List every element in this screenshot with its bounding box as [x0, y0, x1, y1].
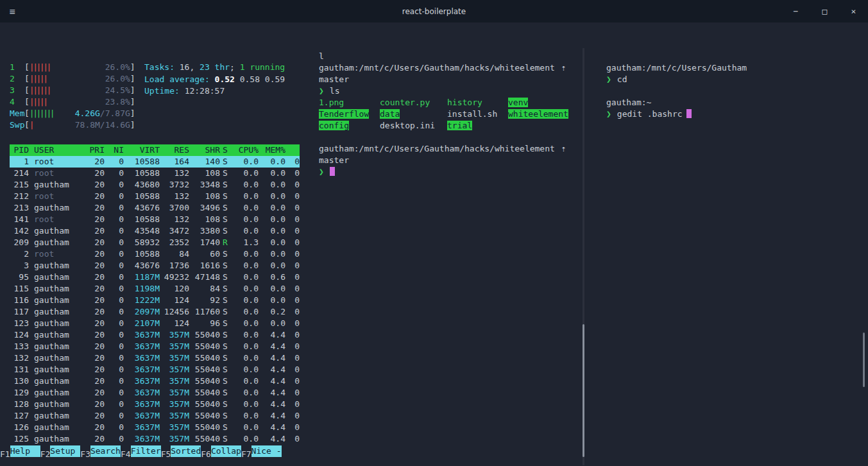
right-terminal-pane[interactable]: gautham:/mnt/c/Users/Gautham ❯cd gautham… — [606, 62, 863, 120]
middle-scrollbar-thumb[interactable] — [583, 324, 584, 457]
process-row[interactable]: 126gautham2003637M357M55040S0.04.40 — [10, 422, 300, 433]
process-cell: S — [220, 352, 230, 364]
process-cell: 43680 — [124, 179, 160, 191]
column-header[interactable]: NI — [105, 144, 124, 156]
process-cell: 357M — [160, 352, 189, 364]
process-cell: 357M — [160, 410, 189, 422]
maximize-button[interactable]: □ — [810, 0, 839, 22]
process-cell: gautham — [29, 295, 80, 306]
process-cell: gautham — [29, 225, 80, 237]
fnkey-f4[interactable]: F4Filter — [121, 445, 161, 460]
menu-icon[interactable]: ≡ — [0, 6, 24, 17]
process-cell: 55040 — [189, 364, 220, 375]
fnkey-f3[interactable]: F3Search — [80, 445, 121, 460]
process-row[interactable]: 141root20010588132108S0.00.00 — [10, 214, 300, 225]
cpu-meter-4: 4[|||||23.8%] — [10, 96, 313, 108]
prompt-char-icon: ❯ — [319, 86, 324, 96]
column-header[interactable]: USER — [29, 144, 80, 156]
column-header[interactable]: RES — [160, 144, 189, 156]
process-row[interactable]: 209gautham2005893223521740R1.30.00 — [10, 237, 300, 248]
column-header[interactable]: CPU% — [230, 144, 259, 156]
prompt-path-line: gautham:/mnt/c/Users/Gautham/hacks/white… — [319, 62, 584, 74]
fnkey-f2[interactable]: F2Setup — [40, 445, 81, 460]
right-scrollbar-thumb[interactable] — [863, 332, 865, 387]
process-cell: 20 — [80, 306, 105, 318]
process-cell: gautham — [29, 272, 80, 283]
process-cell: 0 — [105, 399, 124, 410]
htop-pane[interactable]: 1[||||||26.0%]2[|||||26.0%]3[||||||24.5%… — [0, 22, 313, 466]
process-cell: 20 — [80, 272, 105, 283]
process-cell: 0.0 — [259, 318, 285, 329]
process-cell: 117 — [10, 306, 29, 318]
process-cell: gautham — [29, 433, 80, 445]
process-cell: 55040 — [189, 410, 220, 422]
fnkey-f5[interactable]: F5Sorted — [161, 445, 201, 460]
process-row[interactable]: 142gautham2004354834723380S0.00.00 — [10, 225, 300, 237]
process-cell: 0 — [105, 179, 124, 191]
process-cell: 60 — [189, 248, 220, 260]
prompt-path: gautham:/mnt/c/Users/Gautham/hacks/white… — [319, 144, 555, 153]
process-row[interactable]: 132gautham2003637M357M55040S0.04.40 — [10, 352, 300, 364]
process-cell: gautham — [29, 364, 80, 375]
column-header[interactable]: MEM% — [259, 144, 285, 156]
process-row[interactable]: 116gautham2001222M12492S0.00.00 — [10, 295, 300, 306]
process-row[interactable]: 133gautham2003637M357M55040S0.04.40 — [10, 341, 300, 352]
process-cell: 4.4 — [259, 364, 285, 375]
process-cell: 3496 — [189, 202, 220, 214]
process-row[interactable]: 115gautham2001198M12084S0.00.00 — [10, 283, 300, 295]
process-cell: 124 — [160, 318, 189, 329]
process-row[interactable]: 1root20010588164140S0.00.00 — [10, 156, 300, 168]
column-header[interactable]: PID — [10, 144, 29, 156]
process-row[interactable]: 129gautham2003637M357M55040S0.04.40 — [10, 387, 300, 399]
process-row[interactable]: 2root200105888460S0.00.00 — [10, 248, 300, 260]
process-row[interactable]: 215gautham2004368037323348S0.00.00 — [10, 179, 300, 191]
process-row[interactable]: 213gautham2004367637003496S0.00.00 — [10, 202, 300, 214]
column-header[interactable]: PRI — [80, 144, 105, 156]
fnkey-f6[interactable]: F6Collap — [201, 445, 241, 460]
column-header[interactable]: SHR — [189, 144, 220, 156]
process-cell: gautham — [29, 283, 80, 295]
process-cell: 0.0 — [230, 399, 259, 410]
process-cell: 130 — [10, 375, 29, 387]
fnkey-f1[interactable]: F1Help — [0, 445, 40, 460]
column-header[interactable] — [285, 144, 300, 156]
close-button[interactable]: × — [839, 0, 868, 22]
process-row[interactable]: 212root20010588132108S0.00.00 — [10, 191, 300, 202]
process-row[interactable]: 214root20010588132108S0.00.00 — [10, 168, 300, 179]
process-cell: 2107M — [124, 318, 160, 329]
process-cell: 0.6 — [259, 272, 285, 283]
prompt-char-icon: ❯ — [319, 167, 324, 177]
process-cell: 0 — [285, 295, 300, 306]
process-cell: S — [220, 272, 230, 283]
process-cell: 215 — [10, 179, 29, 191]
process-row[interactable]: 127gautham2003637M357M55040S0.04.40 — [10, 410, 300, 422]
process-cell: 124 — [160, 295, 189, 306]
process-row[interactable]: 95gautham2001187M4923247148S0.00.60 — [10, 272, 300, 283]
column-header[interactable]: S — [220, 144, 230, 156]
process-row[interactable]: 124gautham2003637M357M55040S0.04.40 — [10, 329, 300, 341]
process-cell: 0 — [285, 237, 300, 248]
process-cell: 84 — [160, 248, 189, 260]
process-cell: gautham — [29, 179, 80, 191]
process-cell: 164 — [160, 156, 189, 168]
middle-terminal-pane[interactable]: l gautham:/mnt/c/Users/Gautham/hacks/whi… — [319, 51, 584, 178]
process-row[interactable]: 117gautham2002097M1245611760S0.00.20 — [10, 306, 300, 318]
column-header[interactable]: VIRT — [124, 144, 160, 156]
process-cell: 55040 — [189, 387, 220, 399]
process-row[interactable]: 3gautham2004367617361616S0.00.00 — [10, 260, 300, 272]
process-cell: 55040 — [189, 422, 220, 433]
process-cell: 0.0 — [230, 191, 259, 202]
fnkey-f7[interactable]: F7Nice - — [241, 445, 282, 460]
process-row[interactable]: 128gautham2003637M357M55040S0.04.40 — [10, 399, 300, 410]
process-cell: 0 — [285, 318, 300, 329]
process-cell: 10588 — [124, 214, 160, 225]
process-row[interactable]: 123gautham2002107M12496S0.00.00 — [10, 318, 300, 329]
process-row[interactable]: 131gautham2003637M357M55040S0.04.40 — [10, 364, 300, 375]
minimize-button[interactable]: − — [781, 0, 810, 22]
process-cell: gautham — [29, 422, 80, 433]
htop-info: Tasks: 16, 23 thr; 1 runningLoad average… — [144, 62, 285, 98]
process-cell: 0 — [285, 168, 300, 179]
process-row[interactable]: 130gautham2003637M357M55040S0.04.40 — [10, 375, 300, 387]
process-row[interactable]: 125gautham2003637M357M55040S0.04.40 — [10, 433, 300, 445]
process-cell: 3637M — [124, 399, 160, 410]
